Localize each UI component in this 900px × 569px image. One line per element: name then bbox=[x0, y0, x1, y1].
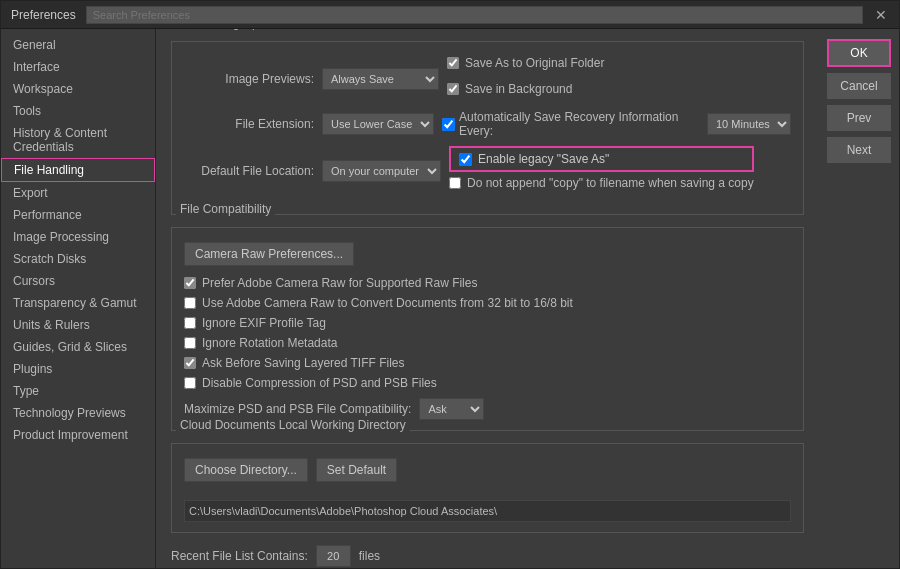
ask-before-saving-label: Ask Before Saving Layered TIFF Files bbox=[202, 356, 405, 370]
sidebar-item-interface[interactable]: Interface bbox=[1, 56, 155, 78]
auto-save-checkbox[interactable] bbox=[442, 118, 455, 131]
sidebar-item-productimprovement[interactable]: Product Improvement bbox=[1, 424, 155, 446]
use-adobe-convert-label: Use Adobe Camera Raw to Convert Document… bbox=[202, 296, 573, 310]
ignore-rotation-row: Ignore Rotation Metadata bbox=[184, 336, 791, 350]
sidebar-item-export[interactable]: Export bbox=[1, 182, 155, 204]
prev-button[interactable]: Prev bbox=[827, 105, 891, 131]
recent-files-input[interactable] bbox=[316, 545, 351, 567]
sidebar-item-scratchdisks[interactable]: Scratch Disks bbox=[1, 248, 155, 270]
ask-before-saving-row: Ask Before Saving Layered TIFF Files bbox=[184, 356, 791, 370]
ignore-rotation-checkbox[interactable] bbox=[184, 337, 196, 349]
disable-compression-checkbox[interactable] bbox=[184, 377, 196, 389]
ignore-rotation-label: Ignore Rotation Metadata bbox=[202, 336, 337, 350]
action-buttons: OK Cancel Prev Next bbox=[819, 29, 899, 568]
do-not-append-label: Do not append "copy" to filename when sa… bbox=[467, 176, 754, 190]
legacy-save-col: Enable legacy "Save As" Do not append "c… bbox=[449, 146, 754, 196]
ask-before-saving-checkbox[interactable] bbox=[184, 357, 196, 369]
cloud-buttons: Choose Directory... Set Default bbox=[184, 458, 791, 492]
maximize-row: Maximize PSD and PSB File Compatibility:… bbox=[184, 398, 791, 420]
use-adobe-convert-checkbox[interactable] bbox=[184, 297, 196, 309]
save-in-background-row: Save in Background bbox=[447, 82, 604, 96]
cloud-docs-title: Cloud Documents Local Working Directory bbox=[176, 418, 410, 432]
right-checkboxes: Save As to Original Folder Save in Backg… bbox=[447, 56, 604, 102]
prefer-adobe-label: Prefer Adobe Camera Raw for Supported Ra… bbox=[202, 276, 477, 290]
cloud-docs-section: Cloud Documents Local Working Directory … bbox=[171, 443, 804, 533]
auto-save-label: Automatically Save Recovery Information … bbox=[459, 110, 703, 138]
sidebar-item-workspace[interactable]: Workspace bbox=[1, 78, 155, 100]
default-file-location-label: Default File Location: bbox=[184, 164, 314, 178]
sidebar-item-cursors[interactable]: Cursors bbox=[1, 270, 155, 292]
recent-files-suffix: files bbox=[359, 549, 380, 563]
titlebar: Preferences ✕ bbox=[1, 1, 899, 29]
ignore-exif-label: Ignore EXIF Profile Tag bbox=[202, 316, 326, 330]
default-file-location-select[interactable]: On your computer Creative Cloud bbox=[322, 160, 441, 182]
save-in-background-label: Save in Background bbox=[465, 82, 572, 96]
ok-button[interactable]: OK bbox=[827, 39, 891, 67]
sidebar-item-performance[interactable]: Performance bbox=[1, 204, 155, 226]
file-path-display: C:\Users\vladi\Documents\Adobe\Photoshop… bbox=[184, 500, 791, 522]
recent-files-row: Recent File List Contains: files bbox=[171, 545, 804, 567]
save-as-original-label: Save As to Original Folder bbox=[465, 56, 604, 70]
cancel-button[interactable]: Cancel bbox=[827, 73, 891, 99]
use-adobe-convert-row: Use Adobe Camera Raw to Convert Document… bbox=[184, 296, 791, 310]
file-extension-select[interactable]: Use Lower Case Use Upper Case bbox=[322, 113, 434, 135]
sidebar-item-general[interactable]: General bbox=[1, 34, 155, 56]
file-saving-section: File Saving Options Image Previews: Alwa… bbox=[171, 41, 804, 215]
sidebar-item-transparency[interactable]: Transparency & Gamut bbox=[1, 292, 155, 314]
prefer-adobe-checkbox[interactable] bbox=[184, 277, 196, 289]
next-button[interactable]: Next bbox=[827, 137, 891, 163]
search-input[interactable] bbox=[86, 6, 863, 24]
maximize-select[interactable]: Ask Always Never bbox=[419, 398, 484, 420]
save-as-original-checkbox[interactable] bbox=[447, 57, 459, 69]
enable-legacy-checkbox[interactable] bbox=[459, 153, 472, 166]
ignore-exif-row: Ignore EXIF Profile Tag bbox=[184, 316, 791, 330]
sidebar-item-techpreviews[interactable]: Technology Previews bbox=[1, 402, 155, 424]
default-file-location-row: Default File Location: On your computer … bbox=[184, 146, 791, 196]
disable-compression-label: Disable Compression of PSD and PSB Files bbox=[202, 376, 437, 390]
main-content: File Saving Options Image Previews: Alwa… bbox=[156, 29, 819, 568]
prefer-adobe-row: Prefer Adobe Camera Raw for Supported Ra… bbox=[184, 276, 791, 290]
enable-legacy-highlighted: Enable legacy "Save As" bbox=[449, 146, 754, 172]
image-previews-row: Image Previews: Always Save Never Save A… bbox=[184, 56, 791, 102]
file-extension-label: File Extension: bbox=[184, 117, 314, 131]
file-compat-section: File Compatibility Camera Raw Preference… bbox=[171, 227, 804, 431]
sidebar: GeneralInterfaceWorkspaceToolsHistory & … bbox=[1, 29, 156, 568]
sidebar-item-guides[interactable]: Guides, Grid & Slices bbox=[1, 336, 155, 358]
auto-save-minutes-select[interactable]: 5 Minutes 10 Minutes 15 Minutes 30 Minut… bbox=[707, 113, 791, 135]
set-default-button[interactable]: Set Default bbox=[316, 458, 397, 482]
sidebar-item-filehandling[interactable]: File Handling bbox=[1, 158, 155, 182]
camera-raw-preferences-button[interactable]: Camera Raw Preferences... bbox=[184, 242, 354, 266]
sidebar-item-tools[interactable]: Tools bbox=[1, 100, 155, 122]
file-extension-row: File Extension: Use Lower Case Use Upper… bbox=[184, 110, 791, 138]
save-as-original-row: Save As to Original Folder bbox=[447, 56, 604, 70]
file-saving-title: File Saving Options bbox=[176, 29, 288, 30]
file-compat-title: File Compatibility bbox=[176, 202, 275, 216]
ignore-exif-checkbox[interactable] bbox=[184, 317, 196, 329]
enable-legacy-label: Enable legacy "Save As" bbox=[478, 152, 609, 166]
close-button[interactable]: ✕ bbox=[873, 7, 889, 23]
save-in-background-checkbox[interactable] bbox=[447, 83, 459, 95]
preferences-dialog: Preferences ✕ GeneralInterfaceWorkspaceT… bbox=[0, 0, 900, 569]
choose-directory-button[interactable]: Choose Directory... bbox=[184, 458, 308, 482]
sidebar-item-imageprocessing[interactable]: Image Processing bbox=[1, 226, 155, 248]
recent-files-label: Recent File List Contains: bbox=[171, 549, 308, 563]
image-previews-select[interactable]: Always Save Never Save Ask When Saving bbox=[322, 68, 439, 90]
sidebar-item-type[interactable]: Type bbox=[1, 380, 155, 402]
dialog-title: Preferences bbox=[11, 8, 76, 22]
maximize-label: Maximize PSD and PSB File Compatibility: bbox=[184, 402, 411, 416]
disable-compression-row: Disable Compression of PSD and PSB Files bbox=[184, 376, 791, 390]
content-area: GeneralInterfaceWorkspaceToolsHistory & … bbox=[1, 29, 899, 568]
do-not-append-row: Do not append "copy" to filename when sa… bbox=[449, 176, 754, 190]
image-previews-label: Image Previews: bbox=[184, 72, 314, 86]
sidebar-item-plugins[interactable]: Plugins bbox=[1, 358, 155, 380]
sidebar-item-history[interactable]: History & Content Credentials bbox=[1, 122, 155, 158]
sidebar-item-units[interactable]: Units & Rulers bbox=[1, 314, 155, 336]
auto-save-row: Automatically Save Recovery Information … bbox=[442, 110, 791, 138]
do-not-append-checkbox[interactable] bbox=[449, 177, 461, 189]
